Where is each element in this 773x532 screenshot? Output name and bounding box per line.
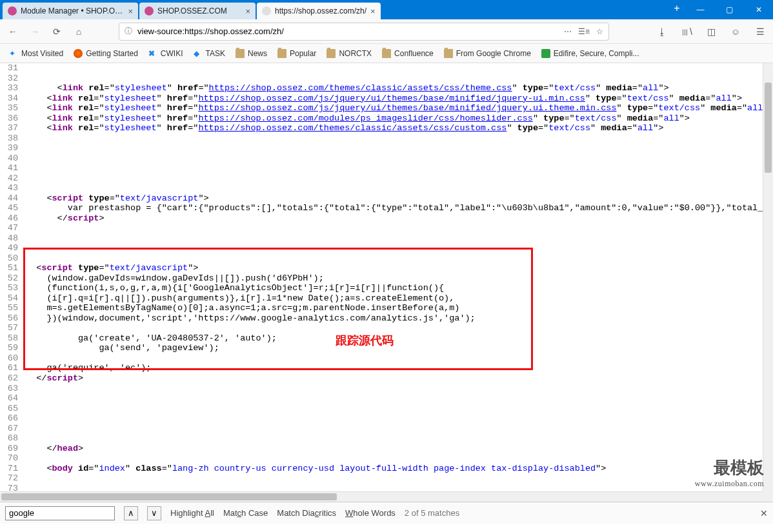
- line-code[interactable]: [26, 173, 760, 184]
- bookmark-item[interactable]: Popular: [274, 47, 320, 60]
- source-line[interactable]: 37 <link rel="stylesheet" href="https://…: [0, 123, 760, 133]
- source-line[interactable]: 58 ga('create', 'UA-20480537-2', 'auto')…: [0, 333, 760, 344]
- source-line[interactable]: 72: [0, 473, 760, 484]
- line-code[interactable]: [26, 143, 760, 153]
- source-line[interactable]: 43: [0, 183, 760, 193]
- line-code[interactable]: [26, 243, 760, 253]
- line-code[interactable]: [26, 223, 760, 233]
- line-code[interactable]: </head>: [26, 444, 760, 454]
- line-code[interactable]: [26, 133, 760, 144]
- line-code[interactable]: <link rel="stylesheet" href="https://sho…: [26, 103, 760, 113]
- line-code[interactable]: [26, 323, 760, 333]
- bookmark-item[interactable]: NORCTX: [323, 47, 376, 60]
- line-code[interactable]: [26, 233, 760, 244]
- source-line[interactable]: 54 (i[r].q=i[r].q||[]).push(arguments)},…: [0, 293, 760, 304]
- source-line[interactable]: 42: [0, 173, 760, 184]
- line-code[interactable]: (i[r].q=i[r].q||[]).push(arguments)},i[r…: [26, 293, 760, 304]
- line-code[interactable]: [26, 453, 760, 464]
- line-code[interactable]: <body id="index" class="lang-zh country-…: [26, 464, 760, 474]
- source-line[interactable]: 49: [0, 243, 760, 253]
- find-input[interactable]: google: [5, 506, 115, 520]
- source-line[interactable]: 31: [0, 63, 760, 74]
- source-line[interactable]: 36 <link rel="stylesheet" href="https://…: [0, 113, 760, 124]
- line-code[interactable]: [26, 433, 760, 444]
- bookmark-item[interactable]: ✦Most Visited: [5, 47, 67, 60]
- bookmark-item[interactable]: ✖CWIKI: [145, 47, 187, 60]
- bookmark-item[interactable]: ◆TASK: [190, 47, 229, 60]
- source-line[interactable]: 45 var prestashop = {"cart":{"products":…: [0, 203, 760, 213]
- line-code[interactable]: ga('require', 'ec');: [26, 363, 760, 373]
- line-code[interactable]: [26, 163, 760, 173]
- source-line[interactable]: 66: [0, 413, 760, 424]
- line-code[interactable]: m=s.getElementsByTagName(o)[0];a.async=1…: [26, 303, 760, 313]
- url-bar[interactable]: ⓘ ⋯ ☰≡ ☆: [119, 23, 609, 41]
- line-code[interactable]: (window.gaDevIds=window.gaDevIds||[]).pu…: [26, 273, 760, 284]
- source-line[interactable]: 67: [0, 424, 760, 434]
- line-code[interactable]: (function(i,s,o,g,r,a,m){i['GoogleAnalyt…: [26, 283, 760, 293]
- line-code[interactable]: <link rel="stylesheet" href="https://sho…: [26, 123, 760, 133]
- line-code[interactable]: [26, 353, 760, 364]
- source-line[interactable]: 69 </head>: [0, 444, 760, 454]
- browser-tab[interactable]: https://shop.ossez.com/zh/×: [257, 3, 381, 19]
- source-line[interactable]: 70: [0, 453, 760, 464]
- line-code[interactable]: <script type="text/javascript">: [26, 193, 760, 204]
- line-code[interactable]: [26, 74, 760, 84]
- source-line[interactable]: 41: [0, 163, 760, 173]
- bookmark-item[interactable]: Edifire, Secure, Compli...: [537, 47, 643, 60]
- line-code[interactable]: [26, 424, 760, 434]
- reader-mode-icon[interactable]: ☰≡: [578, 27, 590, 36]
- sidebar-icon[interactable]: ◫: [703, 24, 719, 39]
- close-button[interactable]: ✕: [744, 0, 773, 19]
- line-code[interactable]: [26, 473, 760, 484]
- source-line[interactable]: 60: [0, 353, 760, 364]
- source-line[interactable]: 33 <link rel="stylesheet" href="https://…: [0, 83, 760, 94]
- tab-close-icon[interactable]: ×: [245, 6, 250, 16]
- line-code[interactable]: var prestashop = {"cart":{"products":[],…: [26, 203, 760, 213]
- find-close-button[interactable]: ✕: [760, 508, 768, 518]
- back-button[interactable]: ←: [5, 24, 21, 39]
- source-line[interactable]: 63: [0, 384, 760, 394]
- line-code[interactable]: <link rel="stylesheet" href="https://sho…: [26, 113, 760, 124]
- reload-button[interactable]: ⟳: [49, 24, 65, 39]
- source-line[interactable]: 51 <script type="text/javascript">: [0, 263, 760, 273]
- url-input[interactable]: [137, 26, 559, 36]
- match-case-option[interactable]: Match Case: [223, 508, 268, 518]
- bookmark-item[interactable]: News: [232, 47, 271, 60]
- whole-words-option[interactable]: Whole Words: [345, 508, 396, 518]
- source-line[interactable]: 68: [0, 433, 760, 444]
- tab-close-icon[interactable]: ×: [370, 6, 376, 16]
- line-code[interactable]: <link rel="stylesheet" href="https://sho…: [26, 94, 760, 104]
- source-line[interactable]: 47: [0, 223, 760, 233]
- browser-tab[interactable]: Module Manager • SHOP.OSS…×: [3, 3, 138, 19]
- source-line[interactable]: 50: [0, 253, 760, 264]
- source-line[interactable]: 52 (window.gaDevIds=window.gaDevIds||[])…: [0, 273, 760, 284]
- source-line[interactable]: 62 </script>: [0, 373, 760, 384]
- site-info-icon[interactable]: ⓘ: [125, 26, 132, 37]
- source-line[interactable]: 46 </script>: [0, 213, 760, 224]
- line-code[interactable]: <link rel="stylesheet" href="https://sho…: [26, 83, 760, 94]
- line-code[interactable]: [26, 484, 760, 491]
- maximize-button[interactable]: ▢: [715, 0, 744, 19]
- source-line[interactable]: 56 })(window,document,'script','https://…: [0, 313, 760, 324]
- bookmark-star-icon[interactable]: ☆: [596, 27, 603, 36]
- vertical-scrollbar[interactable]: [763, 63, 773, 491]
- line-code[interactable]: [26, 63, 760, 74]
- line-code[interactable]: })(window,document,'script','https://www…: [26, 313, 760, 324]
- view-source-body[interactable]: 31 32 33 <link rel="stylesheet" href="ht…: [0, 63, 773, 491]
- find-prev-button[interactable]: ∧: [124, 506, 138, 520]
- menu-icon[interactable]: ☰: [752, 24, 768, 39]
- source-line[interactable]: 40: [0, 153, 760, 164]
- line-code[interactable]: </script>: [26, 213, 760, 224]
- account-icon[interactable]: ☺: [728, 24, 743, 39]
- line-code[interactable]: ga('send', 'pageview');: [26, 343, 760, 353]
- source-line[interactable]: 39: [0, 143, 760, 153]
- source-line[interactable]: 61 ga('require', 'ec');: [0, 363, 760, 373]
- downloads-icon[interactable]: ⭳: [654, 24, 670, 39]
- match-diacritics-option[interactable]: Match Diacritics: [277, 508, 336, 518]
- bookmark-item[interactable]: Getting Started: [70, 47, 142, 60]
- home-button[interactable]: ⌂: [71, 24, 86, 39]
- source-line[interactable]: 57: [0, 323, 760, 333]
- source-line[interactable]: 65: [0, 404, 760, 414]
- source-line[interactable]: 48: [0, 233, 760, 244]
- page-actions-icon[interactable]: ⋯: [564, 27, 572, 36]
